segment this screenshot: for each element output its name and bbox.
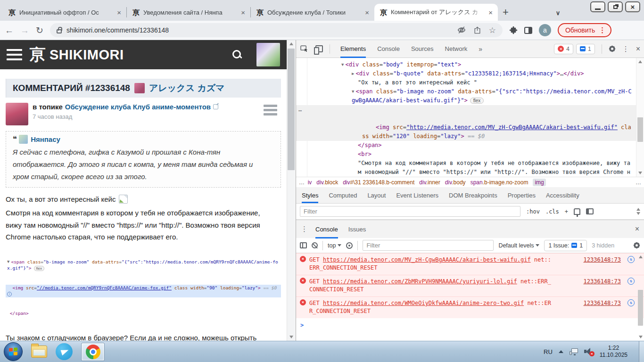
browser-tab-3[interactable]: 亰 Обсуждение клуба / Топики ×	[251, 4, 374, 21]
console-settings-gear-icon[interactable]	[633, 242, 640, 249]
hidden-messages-label[interactable]: 3 hidden	[592, 242, 614, 249]
log-levels-selector[interactable]: Default levels	[498, 242, 539, 249]
external-link-icon[interactable]	[213, 104, 218, 109]
address-bar[interactable]: shikimori.one/comments/12336148 ☆	[50, 23, 503, 37]
more-tabs-icon[interactable]: »	[479, 40, 482, 58]
console-scrollbar[interactable]	[637, 253, 644, 341]
new-style-rule-button[interactable]: +	[565, 208, 568, 215]
tab-close-icon[interactable]: ×	[363, 8, 371, 16]
devtools-tab-console[interactable]: Console	[377, 40, 400, 58]
tab-dom-breakpoints[interactable]: DOM Breakpoints	[449, 187, 497, 203]
side-panel-icon[interactable]	[524, 27, 532, 34]
dom-node-span-close[interactable]: </span>	[296, 141, 644, 150]
inspect-element-icon[interactable]	[300, 45, 309, 53]
share-icon[interactable]	[473, 26, 481, 34]
tab-layout[interactable]: Layout	[367, 187, 386, 203]
styles-scroll-arrows[interactable]	[636, 208, 640, 215]
class-toggle[interactable]: .cls	[545, 208, 559, 215]
tab-close-icon[interactable]: ×	[116, 8, 123, 16]
dom-breadcrumbs[interactable]: … iv div.block div#\31 2336148.b-comment…	[296, 177, 644, 187]
file-explorer-icon[interactable]	[31, 346, 47, 358]
failed-url-link[interactable]: https://media.tenor.com/WMOeOiyDkfwAAAAi…	[323, 300, 524, 306]
error-source-link[interactable]: 12336148:73	[584, 256, 621, 272]
live-expression-eye-icon[interactable]	[346, 242, 353, 249]
devtools-tab-sources[interactable]: Sources	[411, 40, 434, 58]
failed-url-link[interactable]: https://media.tenor.com/MV_zH-CgwBgAAAAC…	[323, 256, 531, 263]
comment-avatar[interactable]	[6, 103, 28, 125]
devtools-settings-gear-icon[interactable]	[609, 45, 616, 52]
devtools-close-icon[interactable]: ×	[636, 45, 640, 53]
console-error-row[interactable]: × GET https://media.tenor.com/WMOeOiyDkf…	[296, 296, 644, 318]
scroll-down-icon[interactable]	[287, 333, 295, 341]
tab-event-listeners[interactable]: Event Listeners	[396, 187, 438, 203]
volume-muted-icon[interactable]: ×	[584, 348, 594, 355]
show-desktop-button[interactable]	[639, 341, 644, 362]
context-selector[interactable]: top	[328, 242, 341, 249]
tab-close-icon[interactable]: ×	[239, 8, 247, 16]
start-button[interactable]	[4, 342, 23, 361]
telegram-icon[interactable]	[56, 343, 73, 360]
console-prompt-chevron[interactable]: >	[296, 318, 644, 333]
failed-url-link[interactable]: https://media.tenor.com/ZbMRvPVH9NMAAAAC…	[323, 278, 517, 285]
scrollbar-thumb[interactable]	[638, 290, 643, 326]
quoted-user-avatar[interactable]	[19, 135, 28, 144]
devtools-tab-network[interactable]: Network	[445, 40, 468, 58]
tab-search-chevron-icon[interactable]: ∨	[556, 9, 561, 16]
hover-state-toggle[interactable]: :hov	[526, 208, 540, 215]
forward-icon[interactable]: →	[20, 26, 29, 35]
dom-node-img-selected[interactable]: … <img src="http://media.tenor.com/MV_zH…	[296, 105, 644, 141]
network-tray-icon[interactable]	[570, 348, 578, 355]
request-initiator-icon[interactable]: ⇅	[627, 256, 635, 263]
device-toolbar-icon[interactable]	[315, 45, 323, 52]
dom-text-node[interactable]: "Ох ты, а вот это интересный кейс "	[296, 78, 644, 87]
dom-node-div-body[interactable]: ▼<div class="body" itemprop="text">	[296, 60, 644, 69]
scrollbar-thumb[interactable]	[637, 117, 643, 142]
issues-counter[interactable]: 1 Issue: 1	[544, 240, 587, 251]
show-hidden-icons-icon[interactable]	[559, 350, 563, 353]
author-link[interactable]: アレックス カズマ	[149, 82, 225, 94]
new-tab-button[interactable]: +	[503, 6, 509, 18]
site-menu-icon[interactable]	[7, 49, 22, 60]
author-mini-avatar[interactable]	[134, 83, 145, 93]
computed-sidebar-toggle-icon[interactable]	[586, 208, 594, 214]
language-indicator[interactable]: RU	[544, 348, 553, 355]
drawer-tab-console[interactable]: Console	[315, 220, 338, 239]
error-source-link[interactable]: 12336148:73	[584, 278, 621, 294]
drawer-menu-dots-icon[interactable]: ⋮	[301, 225, 308, 233]
request-initiator-icon[interactable]: ⇅	[627, 278, 635, 285]
node-more-actions-icon[interactable]: …	[298, 105, 302, 114]
url-text[interactable]: shikimori.one/comments/12336148	[66, 26, 169, 34]
browser-menu-dots-icon[interactable]: ⋮	[599, 26, 606, 34]
dom-node-b-image-span[interactable]: ▼<span class="b-image no-zoom" data-attr…	[296, 87, 644, 105]
user-avatar[interactable]	[256, 43, 280, 66]
search-icon[interactable]	[232, 49, 242, 60]
eye-off-icon[interactable]	[457, 26, 466, 34]
quoted-user-link[interactable]: Нянпасу	[31, 135, 60, 143]
devtools-menu-dots-icon[interactable]: ⋮	[622, 45, 629, 53]
request-initiator-icon[interactable]: ⇅	[627, 299, 635, 306]
window-close-button[interactable]: ×	[625, 1, 640, 12]
rendering-brush-icon[interactable]	[574, 208, 580, 215]
breadcrumb-overflow-icon[interactable]: …	[633, 179, 641, 186]
extensions-puzzle-icon[interactable]	[509, 26, 518, 34]
tab-properties[interactable]: Properties	[508, 187, 536, 203]
chrome-taskbar-button[interactable]	[81, 343, 105, 361]
lock-icon[interactable]	[57, 29, 62, 33]
elements-scrollbar[interactable]	[636, 58, 644, 177]
comment-menu-icon[interactable]	[264, 103, 277, 125]
window-minimize-button[interactable]	[590, 1, 605, 12]
console-filter-input[interactable]	[363, 240, 494, 251]
profile-avatar[interactable]: a	[539, 24, 551, 36]
dom-node-br[interactable]: <br>	[296, 150, 644, 159]
devtools-tab-elements[interactable]: Elements	[340, 40, 366, 58]
error-count-badge[interactable]: × 4	[554, 44, 573, 54]
chrome-update-button[interactable]: Обновить ⋮	[558, 23, 611, 37]
scroll-up-icon[interactable]	[287, 40, 295, 48]
error-source-link[interactable]: 12336148:73	[584, 299, 621, 315]
tab-computed[interactable]: Computed	[329, 187, 357, 203]
dom-text-node[interactable]: "Смотря на код комментария в котором у т…	[296, 159, 644, 177]
topic-link[interactable]: Обсуждение клуба Клуб аниме-моментов	[65, 103, 211, 111]
taskbar-clock[interactable]: 1:22 11.10.2025	[600, 345, 627, 359]
console-error-row[interactable]: × GET https://media.tenor.com/ZbMRvPVH9N…	[296, 275, 644, 296]
browser-tab-2[interactable]: 亰 Уведомления сайта / Нянпа ×	[127, 4, 250, 21]
